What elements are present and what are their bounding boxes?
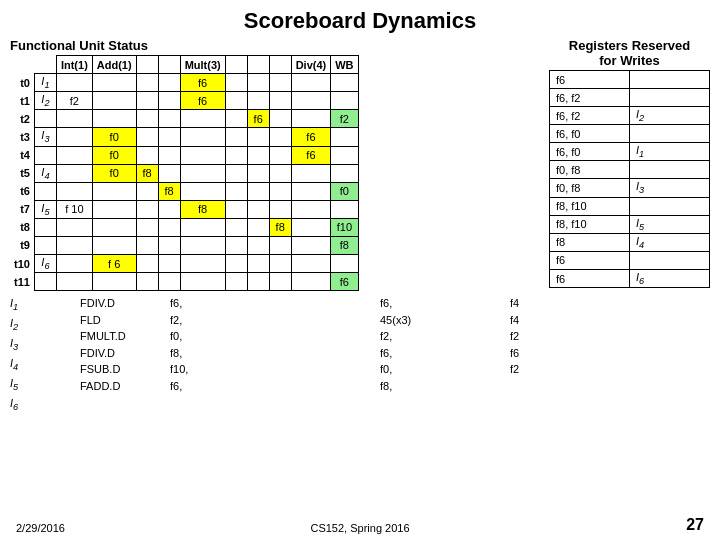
reg-t4: f6, f0	[550, 143, 630, 161]
inst-id-3: I3	[10, 335, 70, 355]
row-label-t6: t6	[10, 182, 34, 200]
cell-t1-m2	[158, 92, 180, 110]
cell-t0-m2	[158, 74, 180, 92]
cell-t11-m2	[158, 273, 180, 291]
inst-arg2-2: 45(x3)	[380, 312, 500, 329]
reg-t2: f6, f2	[550, 107, 630, 125]
cell-t5-d1	[225, 164, 247, 182]
inst-arg2-1: f6,	[380, 295, 500, 312]
left-section: Functional Unit Status Int(1) Add(1) Mul…	[10, 38, 539, 291]
cell-t9-m2	[158, 236, 180, 254]
cell-t3-m2	[158, 128, 180, 146]
cell-t4-d4: f6	[291, 146, 331, 164]
inst-op-4: FDIV.D	[80, 345, 160, 362]
cell-t10-m2	[158, 254, 180, 272]
cell-t8-wb: f10	[331, 218, 358, 236]
cell-t11-m1	[136, 273, 158, 291]
reg-t0: f6	[550, 71, 630, 89]
inst-t10: I6	[34, 254, 56, 272]
cell-t6-d1	[225, 182, 247, 200]
inst-arg1-4: f8,	[170, 345, 370, 362]
inst-arg3-6: f2	[510, 361, 570, 378]
cell-t6-m2: f8	[158, 182, 180, 200]
inst-t3: I3	[34, 128, 56, 146]
cell-t5-d2	[247, 164, 269, 182]
reg-t2-extra: I2	[630, 107, 710, 125]
reg-t6: f0, f8	[550, 179, 630, 197]
col-mult1	[136, 56, 158, 74]
cell-t9-d4	[291, 236, 331, 254]
inst-id-5: I5	[10, 375, 70, 395]
cell-t6-d4	[291, 182, 331, 200]
inst-arg3-4: f2	[510, 328, 570, 345]
cell-t6-d2	[247, 182, 269, 200]
cell-t6-m3	[180, 182, 225, 200]
row-label-t11: t11	[10, 273, 34, 291]
inst-t11	[34, 273, 56, 291]
cell-t10-int	[56, 254, 92, 272]
cell-t6-add	[92, 182, 136, 200]
inst-t9	[34, 236, 56, 254]
cell-t7-m1	[136, 200, 158, 218]
cell-t8-d1	[225, 218, 247, 236]
page-number: 27	[686, 516, 704, 534]
cell-t4-m3	[180, 146, 225, 164]
cell-t2-d1	[225, 110, 247, 128]
cell-t2-m1	[136, 110, 158, 128]
cell-t7-wb	[331, 200, 358, 218]
row-label-t9: t9	[10, 236, 34, 254]
instruction-args2: f6, 45(x3) f2, f6, f0, f8,	[380, 295, 500, 415]
reg-t4-extra: I1	[630, 143, 710, 161]
inst-t6	[34, 182, 56, 200]
cell-t0-m1	[136, 74, 158, 92]
cell-t8-int	[56, 218, 92, 236]
reg-t5: f0, f8	[550, 161, 630, 179]
cell-t7-d1	[225, 200, 247, 218]
col-mult2	[158, 56, 180, 74]
inst-op-6: FADD.D	[80, 378, 160, 395]
cell-t11-int	[56, 273, 92, 291]
cell-t7-m3: f8	[180, 200, 225, 218]
cell-t4-add: f0	[92, 146, 136, 164]
table-row: t6 f8 f0	[10, 182, 358, 200]
reg-t10-extra	[630, 251, 710, 269]
inst-t5: I4	[34, 164, 56, 182]
reg-t8: f8, f10	[550, 215, 630, 233]
inst-op-1: FDIV.D	[80, 295, 160, 312]
inst-arg3-1: f4	[510, 295, 570, 312]
table-row: t8 f8 f10	[10, 218, 358, 236]
cell-t4-m1	[136, 146, 158, 164]
table-row: t7 I5 f 10 f8	[10, 200, 358, 218]
table-row: f6 I6	[550, 269, 710, 287]
inst-t7: I5	[34, 200, 56, 218]
row-label-t2: t2	[10, 110, 34, 128]
table-row: f6	[550, 71, 710, 89]
cell-t3-add: f0	[92, 128, 136, 146]
cell-t6-d3	[269, 182, 291, 200]
right-header: Registers Reserved for Writes	[549, 38, 710, 68]
cell-t1-d2	[247, 92, 269, 110]
reg-t7-extra	[630, 197, 710, 215]
col-int: Int(1)	[56, 56, 92, 74]
cell-t10-d1	[225, 254, 247, 272]
row-label-t7: t7	[10, 200, 34, 218]
cell-t8-m3	[180, 218, 225, 236]
table-row: t2 f6 f2	[10, 110, 358, 128]
cell-t3-d3	[269, 128, 291, 146]
cs-label: CS152, Spring 2016	[310, 522, 409, 534]
reg-t1: f6, f2	[550, 89, 630, 107]
cell-t11-d3	[269, 273, 291, 291]
cell-t0-d4	[291, 74, 331, 92]
bottom-section: I1 I2 I3 I4 I5 I6 FDIV.D FLD FMULT.D FDI…	[0, 291, 720, 415]
cell-t3-d2	[247, 128, 269, 146]
cell-t11-d4	[291, 273, 331, 291]
instruction-ids: I1 I2 I3 I4 I5 I6	[10, 295, 70, 415]
cell-t5-add: f0	[92, 164, 136, 182]
inst-id-6: I6	[10, 395, 70, 415]
cell-t5-int	[56, 164, 92, 182]
date-label: 2/29/2016	[16, 522, 65, 534]
table-row: f6	[550, 251, 710, 269]
cell-t4-d1	[225, 146, 247, 164]
cell-t10-d3	[269, 254, 291, 272]
table-row: t9 f8	[10, 236, 358, 254]
